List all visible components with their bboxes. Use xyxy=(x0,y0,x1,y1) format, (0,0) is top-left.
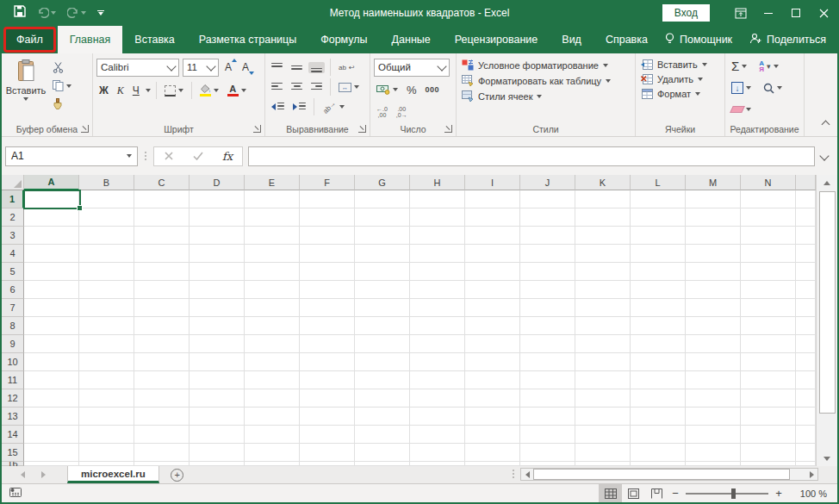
cell-M5[interactable] xyxy=(686,263,741,281)
comma-style-button[interactable]: 000 xyxy=(423,84,443,95)
cell-H2[interactable] xyxy=(410,208,465,227)
cell-partial-5[interactable] xyxy=(796,263,816,281)
cell-L2[interactable] xyxy=(631,208,686,227)
insert-cells-button[interactable]: Вставить xyxy=(639,59,721,71)
cell-F6[interactable] xyxy=(300,281,355,299)
paste-dropdown-icon[interactable] xyxy=(23,97,28,101)
cell-B12[interactable] xyxy=(79,389,134,408)
bold-button[interactable]: Ж xyxy=(96,84,111,97)
column-header-E[interactable]: E xyxy=(245,175,300,190)
percent-style-button[interactable]: % xyxy=(404,83,420,97)
cell-M15[interactable] xyxy=(686,444,741,462)
tab-review[interactable]: Рецензирование xyxy=(443,26,550,53)
cell-H6[interactable] xyxy=(410,281,465,299)
cell-E5[interactable] xyxy=(245,263,300,281)
tab-file[interactable]: Файл xyxy=(3,27,56,53)
cell-M9[interactable] xyxy=(686,335,741,353)
cell-I4[interactable] xyxy=(465,245,520,263)
cell-I1[interactable] xyxy=(465,190,520,208)
cell-C15[interactable] xyxy=(134,444,190,462)
cell-J6[interactable] xyxy=(520,281,575,299)
cell-H1[interactable] xyxy=(410,190,465,208)
cell-partial-14[interactable] xyxy=(796,426,816,444)
cell-I9[interactable] xyxy=(465,335,520,353)
column-header-N[interactable]: N xyxy=(741,175,796,190)
font-size-select[interactable]: 11 xyxy=(183,59,219,77)
cell-N14[interactable] xyxy=(741,426,796,444)
cell-D2[interactable] xyxy=(190,208,245,227)
insert-function-icon[interactable]: fx xyxy=(213,147,242,165)
cell-I3[interactable] xyxy=(465,227,520,245)
cell-C4[interactable] xyxy=(134,245,190,263)
cell-I11[interactable] xyxy=(465,371,520,389)
cell-A7[interactable] xyxy=(24,299,79,317)
cell-C10[interactable] xyxy=(134,353,190,371)
cell-H12[interactable] xyxy=(410,389,465,408)
cell-I2[interactable] xyxy=(465,208,520,227)
cell-E7[interactable] xyxy=(245,299,300,317)
cell-K5[interactable] xyxy=(575,263,631,281)
cell-H15[interactable] xyxy=(410,444,465,462)
cell-E3[interactable] xyxy=(245,227,300,245)
name-box[interactable]: A1 xyxy=(5,146,138,166)
cell-J9[interactable] xyxy=(520,335,575,353)
redo-dropdown-icon[interactable] xyxy=(81,11,86,15)
cancel-icon[interactable] xyxy=(154,147,183,165)
accounting-dropdown-icon[interactable] xyxy=(393,88,398,91)
enter-icon[interactable] xyxy=(183,147,213,165)
cell-K15[interactable] xyxy=(575,444,631,462)
cell-F13[interactable] xyxy=(300,408,355,426)
cell-F14[interactable] xyxy=(300,426,355,444)
align-right-button[interactable] xyxy=(308,82,325,93)
cell-N8[interactable] xyxy=(741,317,796,335)
cell-B4[interactable] xyxy=(79,245,134,263)
scroll-left-icon[interactable] xyxy=(521,469,533,480)
cell-D12[interactable] xyxy=(190,389,245,408)
cell-L15[interactable] xyxy=(631,444,686,462)
cell-G2[interactable] xyxy=(355,208,410,227)
save-icon[interactable] xyxy=(14,5,26,21)
wrap-text-button[interactable]: ab↩ xyxy=(336,63,357,72)
zoom-slider-thumb[interactable] xyxy=(731,488,736,499)
cell-L1[interactable] xyxy=(631,190,686,208)
zoom-slider[interactable] xyxy=(686,493,768,495)
scroll-down-icon[interactable] xyxy=(817,451,837,466)
cell-M8[interactable] xyxy=(686,317,741,335)
add-sheet-button[interactable]: + xyxy=(159,466,196,483)
cell-A5[interactable] xyxy=(24,263,79,281)
cell-N5[interactable] xyxy=(741,263,796,281)
cell-N11[interactable] xyxy=(741,371,796,389)
cell-B5[interactable] xyxy=(79,263,134,281)
collapse-ribbon-button[interactable] xyxy=(823,115,829,131)
cell-M10[interactable] xyxy=(686,353,741,371)
sign-in-button[interactable]: Вход xyxy=(662,4,710,22)
cell-D4[interactable] xyxy=(190,245,245,263)
cell-D15[interactable] xyxy=(190,444,245,462)
decrease-decimal-button[interactable]: .00,0→ xyxy=(394,105,410,119)
share-button[interactable]: Поделиться xyxy=(744,33,831,47)
view-page-layout-button[interactable] xyxy=(622,484,645,502)
cell-C11[interactable] xyxy=(134,371,190,389)
cell-C14[interactable] xyxy=(134,426,190,444)
sort-filter-button[interactable]: А Я ▾ xyxy=(756,59,780,73)
cell-F10[interactable] xyxy=(300,353,355,371)
cell-J4[interactable] xyxy=(520,245,575,263)
cell-G13[interactable] xyxy=(355,408,410,426)
cell-I14[interactable] xyxy=(465,426,520,444)
cell-F9[interactable] xyxy=(300,335,355,353)
cell-L11[interactable] xyxy=(631,371,686,389)
cell-D9[interactable] xyxy=(190,335,245,353)
cell-G14[interactable] xyxy=(355,426,410,444)
cell-G10[interactable] xyxy=(355,353,410,371)
cell-M12[interactable] xyxy=(686,389,741,408)
expand-formula-bar-icon[interactable] xyxy=(815,152,834,159)
cell-B6[interactable] xyxy=(79,281,134,299)
row-header-6[interactable]: 6 xyxy=(2,281,24,299)
tab-insert[interactable]: Вставка xyxy=(122,26,186,53)
cell-L12[interactable] xyxy=(631,389,686,408)
cell-C5[interactable] xyxy=(134,263,190,281)
sheet-tab-active[interactable]: microexcel.ru xyxy=(67,466,159,483)
fill-color-dropdown-icon[interactable] xyxy=(214,89,219,92)
column-header-D[interactable]: D xyxy=(190,175,245,190)
cell-L9[interactable] xyxy=(631,335,686,353)
